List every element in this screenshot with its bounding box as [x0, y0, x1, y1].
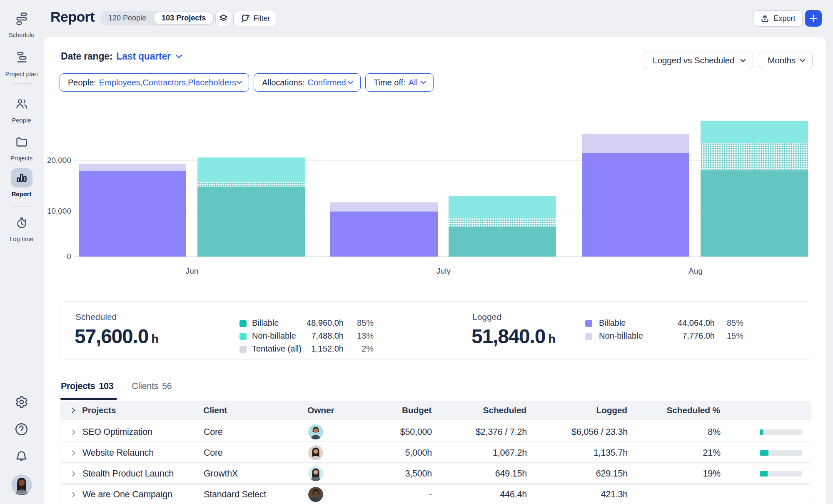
table-row[interactable]: We are One Campaign Standard Select - 44… [60, 484, 811, 504]
avatar [308, 445, 323, 460]
sidebar-item-schedule[interactable]: Schedule [0, 9, 43, 38]
layers-button[interactable] [215, 11, 231, 26]
sidebar-item-label: People [12, 117, 31, 124]
row-expand-chevron-icon[interactable] [70, 464, 79, 483]
chip-value: All [409, 78, 418, 87]
x-axis-label: July [436, 267, 451, 275]
sidebar-item-log-time[interactable]: Log time [0, 213, 43, 242]
logged-value: 421.3h [556, 485, 628, 504]
avatar [308, 466, 323, 481]
add-button[interactable] [805, 10, 822, 27]
sidebar-item-projects[interactable]: Projects [0, 132, 43, 162]
report-icon [11, 168, 32, 187]
budget-value: 5,000h [360, 443, 432, 462]
settings-button[interactable] [0, 395, 43, 409]
people-icon [11, 95, 32, 114]
expand-all-chevron-icon[interactable] [70, 401, 78, 420]
row-expand-chevron-icon[interactable] [70, 422, 79, 442]
export-button[interactable]: Export [753, 10, 803, 27]
time-off-filter-chip[interactable]: Time off: All [365, 73, 434, 92]
budget-value: - [360, 485, 432, 504]
scheduled-nonbillable-bar [197, 157, 305, 182]
project-plan-icon [11, 48, 32, 67]
sidebar-item-project-plan[interactable]: Project plan [0, 48, 43, 77]
project-name: Website Relaunch [82, 443, 154, 462]
x-axis-label: Aug [688, 267, 703, 275]
chip-value: Confirmed [307, 78, 346, 87]
sidebar-divider [12, 206, 31, 207]
client-name: Standard Select [204, 485, 266, 504]
non-billable-swatch [585, 333, 592, 340]
progress-fill [760, 450, 768, 456]
progress-track [760, 450, 802, 456]
scheduled-value: 649.15h [456, 464, 527, 483]
column-client[interactable]: Client [203, 401, 227, 420]
toggle-projects[interactable]: 103 Projects [154, 12, 214, 25]
table-row[interactable]: Stealth Product Launch GrowthX 3,500h 64… [60, 464, 811, 484]
date-range-dropdown[interactable]: Date range: Last quarter [61, 51, 182, 62]
chevron-down-icon [236, 80, 242, 85]
sidebar-item-people[interactable]: People [0, 95, 43, 124]
interval-dropdown-value: Months [768, 55, 796, 65]
scheduled-pct-value: 8% [647, 422, 721, 442]
y-axis-label: 10,000 [47, 207, 71, 215]
logged-summary-label: Logged [472, 312, 501, 322]
toggle-people[interactable]: 120 People [101, 12, 154, 25]
tab-clients[interactable]: Clients 56 [132, 381, 172, 392]
chevron-down-icon [800, 59, 806, 62]
column-logged[interactable]: Logged [555, 401, 627, 420]
scheduled-tentative-bar [197, 182, 305, 187]
page-title: Report [50, 9, 95, 25]
sidebar-item-label: Projects [10, 155, 32, 162]
client-name: GrowthX [204, 464, 238, 483]
schedule-icon [11, 9, 32, 28]
mode-dropdown[interactable]: Logged vs Scheduled [644, 52, 753, 69]
budget-value: $50,000 [360, 422, 432, 442]
scheduled-tentative-bar [701, 143, 808, 170]
filter-icon [240, 14, 250, 24]
export-label: Export [773, 14, 795, 23]
people-filter-chip[interactable]: People: Employees,Contractors,Placeholde… [60, 73, 249, 92]
help-button[interactable] [0, 422, 43, 436]
notifications-button[interactable] [0, 450, 43, 464]
owner-avatar [307, 485, 324, 504]
help-icon [15, 422, 28, 436]
scheduled-summary-label: Scheduled [75, 312, 117, 322]
user-menu[interactable] [0, 474, 43, 495]
scheduled-pct-value [647, 485, 721, 504]
scheduled-value: 1,067.2h [456, 443, 527, 462]
table-row[interactable]: Website Relaunch Core 5,000h 1,067.2h 1,… [60, 443, 811, 463]
sidebar-item-report[interactable]: Report [0, 168, 43, 197]
chevron-down-icon [420, 80, 426, 85]
column-owner[interactable]: Owner [307, 401, 334, 420]
scheduled-value: 446.4h [456, 485, 527, 504]
table-row[interactable]: SEO Optimization Core $50,000 $2,376 / 7… [60, 422, 811, 442]
column-budget[interactable]: Budget [359, 401, 431, 420]
column-projects[interactable]: Projects [82, 401, 116, 420]
owner-avatar [307, 443, 324, 462]
logged-value: 1,135.7h [556, 443, 628, 462]
scheduled-tentative-bar [449, 218, 556, 227]
allocations-filter-chip[interactable]: Allocations: Confirmed [254, 73, 361, 92]
progress-fill [760, 429, 763, 435]
sidebar: Schedule Project plan [0, 0, 43, 504]
column-scheduled-pct[interactable]: Scheduled % [647, 401, 720, 420]
scheduled-progress-bar [760, 422, 802, 442]
project-name: We are One Campaign [82, 485, 172, 504]
active-tab-underline [60, 398, 117, 400]
scheduled-nonbillable-bar [449, 196, 556, 218]
avatar [308, 487, 323, 502]
logged-nonbillable-bar [330, 202, 438, 211]
interval-dropdown[interactable]: Months [759, 52, 813, 69]
avatar [308, 424, 323, 439]
row-expand-chevron-icon[interactable] [70, 443, 79, 462]
non-billable-swatch [239, 333, 247, 340]
avatar [11, 474, 32, 495]
tab-projects[interactable]: Projects 103 [61, 381, 113, 392]
export-icon [760, 14, 770, 23]
filter-button[interactable]: Filter [233, 11, 277, 26]
date-range-value: Last quarter [116, 51, 171, 62]
column-scheduled[interactable]: Scheduled [455, 401, 526, 420]
row-expand-chevron-icon[interactable] [70, 485, 79, 504]
logged-vs-scheduled-chart: 010,00020,000JunJulyAug [44, 112, 826, 308]
